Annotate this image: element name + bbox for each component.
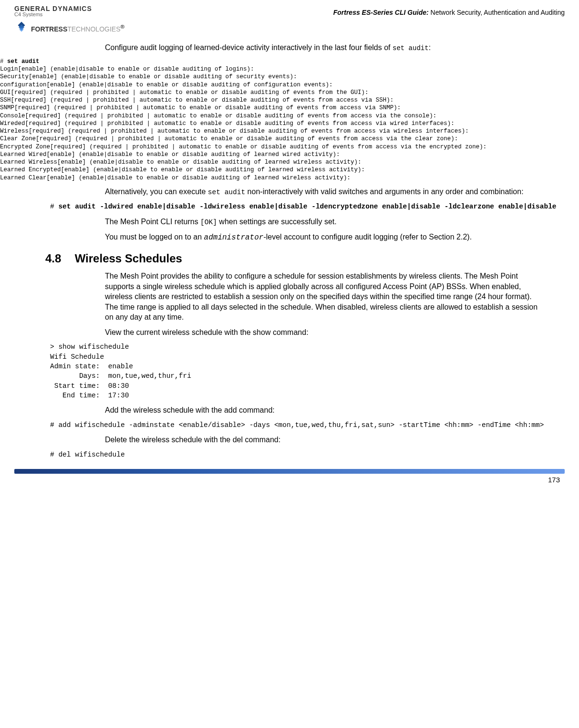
cli-del-wifischedule: # del wifischedule xyxy=(50,450,574,459)
cli-set-audit-noninteractive: # set audit -ldwired enable|disable -ldw… xyxy=(50,202,574,211)
doc-title: Fortress ES-Series CLI Guide: xyxy=(333,9,429,16)
del-block: Delete the wireless schedule with the de… xyxy=(105,435,546,445)
registered-symbol: ® xyxy=(120,23,124,30)
mid2-3a: The Mesh Point CLI returns xyxy=(105,218,200,226)
mid2-4a: You must be logged on to an xyxy=(105,233,204,241)
cli2-hash: # xyxy=(50,203,58,210)
add-block: Add the wireless schedule with the add c… xyxy=(105,405,546,416)
fortress-brand-bold: FORTRESS xyxy=(31,25,67,33)
mid2-4b: administrator xyxy=(204,233,264,242)
wireless-block: The Mesh Point provides the ability to c… xyxy=(105,271,546,338)
intro-text-1c: : xyxy=(429,43,431,52)
mid2-3c: when settings are successfully set. xyxy=(217,218,337,226)
mid2-4c: -level account to configure audit loggin… xyxy=(263,233,472,241)
header-left: GENERAL DYNAMICS C4 Systems FORTRESSTECH… xyxy=(14,5,124,35)
intro-text-1a: Configure audit logging of learned-devic… xyxy=(105,43,393,52)
intro-code-1: set audit xyxy=(393,44,429,52)
del-p8: Delete the wireless schedule with the de… xyxy=(105,435,546,445)
doc-section-name: Network Security, Authentication and Aud… xyxy=(429,9,565,16)
add-p7: Add the wireless schedule with the add c… xyxy=(105,405,546,416)
header-right: Fortress ES-Series CLI Guide: Network Se… xyxy=(333,5,565,16)
section-title: Wireless Schedules xyxy=(75,252,182,265)
fortress-brand-tech: TECHNOLOGIES xyxy=(67,25,120,33)
mid-paragraph: Alternatively, you can execute set audit… xyxy=(105,187,546,198)
mid-text-2c: non-interactively with valid switches an… xyxy=(245,187,523,196)
cli2-cmd: set audit -ldwired enable|disable -ldwir… xyxy=(58,203,556,210)
cli-cmd-set-audit: set audit xyxy=(7,58,40,65)
mid-text-2a: Alternatively, you can execute xyxy=(105,187,208,196)
wireless-p5: The Mesh Point provides the ability to c… xyxy=(105,271,546,322)
mid-code-2b: set audit xyxy=(208,188,245,196)
page-footer: 173 xyxy=(0,469,579,484)
cli-add-wifischedule: # add wifischedule -adminstate <enable/d… xyxy=(50,420,574,430)
section-heading: 4.8 Wireless Schedules xyxy=(45,252,579,265)
section-number: 4.8 xyxy=(45,252,72,265)
intro-paragraph: Configure audit logging of learned-devic… xyxy=(105,42,546,53)
wireless-p6: View the current wireless schedule with … xyxy=(105,327,546,338)
fortress-brand-text: FORTRESSTECHNOLOGIES® xyxy=(31,23,124,33)
page-header: GENERAL DYNAMICS C4 Systems FORTRESSTECH… xyxy=(0,0,579,38)
footer-gradient-bar xyxy=(14,469,565,474)
mid2-block: The Mesh Point CLI returns [OK] when set… xyxy=(105,217,546,243)
cli-set-audit-interactive: # set audit Login[enable] (enable|disabl… xyxy=(0,58,579,182)
fortress-diamond-icon xyxy=(14,21,29,35)
mid2-3b: [OK] xyxy=(200,218,217,226)
page-number: 173 xyxy=(14,476,565,484)
cli-output-lines: Login[enable] (enable|disable to enable … xyxy=(0,66,486,181)
gd-logo-sub: C4 Systems xyxy=(14,11,124,17)
fortress-logo: FORTRESSTECHNOLOGIES® xyxy=(14,21,124,35)
cli-hash: # xyxy=(0,58,7,65)
cli-show-wifischedule: > show wifischedule Wifi Schedule Admin … xyxy=(50,342,574,400)
